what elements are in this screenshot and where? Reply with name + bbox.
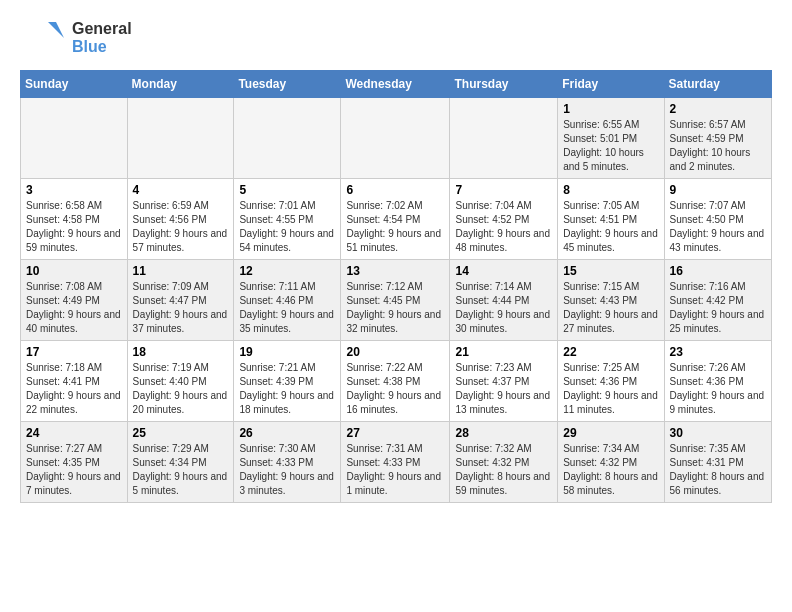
day-info: Sunrise: 7:25 AM Sunset: 4:36 PM Dayligh…	[563, 361, 658, 417]
day-number: 14	[455, 264, 552, 278]
calendar-cell: 16Sunrise: 7:16 AM Sunset: 4:42 PM Dayli…	[664, 260, 771, 341]
page: GeneralBlue SundayMondayTuesdayWednesday…	[0, 0, 792, 519]
calendar-cell: 4Sunrise: 6:59 AM Sunset: 4:56 PM Daylig…	[127, 179, 234, 260]
calendar-col-header: Saturday	[664, 71, 771, 98]
calendar-header-row: SundayMondayTuesdayWednesdayThursdayFrid…	[21, 71, 772, 98]
day-info: Sunrise: 7:32 AM Sunset: 4:32 PM Dayligh…	[455, 442, 552, 498]
calendar-cell: 29Sunrise: 7:34 AM Sunset: 4:32 PM Dayli…	[558, 422, 664, 503]
day-info: Sunrise: 7:07 AM Sunset: 4:50 PM Dayligh…	[670, 199, 766, 255]
day-info: Sunrise: 7:14 AM Sunset: 4:44 PM Dayligh…	[455, 280, 552, 336]
day-number: 19	[239, 345, 335, 359]
day-info: Sunrise: 7:18 AM Sunset: 4:41 PM Dayligh…	[26, 361, 122, 417]
day-info: Sunrise: 7:09 AM Sunset: 4:47 PM Dayligh…	[133, 280, 229, 336]
day-number: 24	[26, 426, 122, 440]
day-info: Sunrise: 7:16 AM Sunset: 4:42 PM Dayligh…	[670, 280, 766, 336]
calendar-cell: 10Sunrise: 7:08 AM Sunset: 4:49 PM Dayli…	[21, 260, 128, 341]
calendar-cell: 19Sunrise: 7:21 AM Sunset: 4:39 PM Dayli…	[234, 341, 341, 422]
calendar-col-header: Friday	[558, 71, 664, 98]
day-info: Sunrise: 7:05 AM Sunset: 4:51 PM Dayligh…	[563, 199, 658, 255]
day-info: Sunrise: 7:02 AM Sunset: 4:54 PM Dayligh…	[346, 199, 444, 255]
day-number: 15	[563, 264, 658, 278]
calendar-week-row: 24Sunrise: 7:27 AM Sunset: 4:35 PM Dayli…	[21, 422, 772, 503]
day-number: 26	[239, 426, 335, 440]
calendar-cell: 18Sunrise: 7:19 AM Sunset: 4:40 PM Dayli…	[127, 341, 234, 422]
logo-blue-text: Blue	[72, 38, 132, 56]
calendar-cell	[341, 98, 450, 179]
day-number: 17	[26, 345, 122, 359]
day-number: 30	[670, 426, 766, 440]
day-number: 12	[239, 264, 335, 278]
day-info: Sunrise: 7:08 AM Sunset: 4:49 PM Dayligh…	[26, 280, 122, 336]
calendar-week-row: 17Sunrise: 7:18 AM Sunset: 4:41 PM Dayli…	[21, 341, 772, 422]
calendar-week-row: 10Sunrise: 7:08 AM Sunset: 4:49 PM Dayli…	[21, 260, 772, 341]
calendar-cell: 26Sunrise: 7:30 AM Sunset: 4:33 PM Dayli…	[234, 422, 341, 503]
header: GeneralBlue	[20, 16, 772, 60]
calendar-cell	[21, 98, 128, 179]
calendar-week-row: 1Sunrise: 6:55 AM Sunset: 5:01 PM Daylig…	[21, 98, 772, 179]
day-number: 22	[563, 345, 658, 359]
calendar-cell: 3Sunrise: 6:58 AM Sunset: 4:58 PM Daylig…	[21, 179, 128, 260]
logo-svg	[20, 16, 64, 60]
calendar-cell: 11Sunrise: 7:09 AM Sunset: 4:47 PM Dayli…	[127, 260, 234, 341]
calendar-table: SundayMondayTuesdayWednesdayThursdayFrid…	[20, 70, 772, 503]
calendar-cell: 20Sunrise: 7:22 AM Sunset: 4:38 PM Dayli…	[341, 341, 450, 422]
day-number: 5	[239, 183, 335, 197]
day-info: Sunrise: 7:23 AM Sunset: 4:37 PM Dayligh…	[455, 361, 552, 417]
day-number: 2	[670, 102, 766, 116]
day-number: 16	[670, 264, 766, 278]
day-number: 21	[455, 345, 552, 359]
day-info: Sunrise: 7:04 AM Sunset: 4:52 PM Dayligh…	[455, 199, 552, 255]
day-number: 6	[346, 183, 444, 197]
day-number: 4	[133, 183, 229, 197]
svg-marker-0	[48, 22, 64, 38]
day-number: 27	[346, 426, 444, 440]
day-number: 1	[563, 102, 658, 116]
day-info: Sunrise: 6:58 AM Sunset: 4:58 PM Dayligh…	[26, 199, 122, 255]
calendar-cell: 17Sunrise: 7:18 AM Sunset: 4:41 PM Dayli…	[21, 341, 128, 422]
day-number: 20	[346, 345, 444, 359]
calendar-cell: 14Sunrise: 7:14 AM Sunset: 4:44 PM Dayli…	[450, 260, 558, 341]
day-info: Sunrise: 7:21 AM Sunset: 4:39 PM Dayligh…	[239, 361, 335, 417]
day-info: Sunrise: 6:55 AM Sunset: 5:01 PM Dayligh…	[563, 118, 658, 174]
day-number: 10	[26, 264, 122, 278]
calendar-cell	[450, 98, 558, 179]
calendar-cell: 30Sunrise: 7:35 AM Sunset: 4:31 PM Dayli…	[664, 422, 771, 503]
day-info: Sunrise: 7:19 AM Sunset: 4:40 PM Dayligh…	[133, 361, 229, 417]
day-info: Sunrise: 7:35 AM Sunset: 4:31 PM Dayligh…	[670, 442, 766, 498]
calendar-cell: 15Sunrise: 7:15 AM Sunset: 4:43 PM Dayli…	[558, 260, 664, 341]
calendar-cell: 27Sunrise: 7:31 AM Sunset: 4:33 PM Dayli…	[341, 422, 450, 503]
day-info: Sunrise: 7:26 AM Sunset: 4:36 PM Dayligh…	[670, 361, 766, 417]
calendar-cell: 23Sunrise: 7:26 AM Sunset: 4:36 PM Dayli…	[664, 341, 771, 422]
day-info: Sunrise: 7:31 AM Sunset: 4:33 PM Dayligh…	[346, 442, 444, 498]
day-number: 7	[455, 183, 552, 197]
calendar-cell: 6Sunrise: 7:02 AM Sunset: 4:54 PM Daylig…	[341, 179, 450, 260]
calendar-cell: 22Sunrise: 7:25 AM Sunset: 4:36 PM Dayli…	[558, 341, 664, 422]
calendar-cell: 5Sunrise: 7:01 AM Sunset: 4:55 PM Daylig…	[234, 179, 341, 260]
calendar-col-header: Wednesday	[341, 71, 450, 98]
day-info: Sunrise: 7:29 AM Sunset: 4:34 PM Dayligh…	[133, 442, 229, 498]
day-info: Sunrise: 7:15 AM Sunset: 4:43 PM Dayligh…	[563, 280, 658, 336]
calendar-cell: 2Sunrise: 6:57 AM Sunset: 4:59 PM Daylig…	[664, 98, 771, 179]
day-number: 23	[670, 345, 766, 359]
day-info: Sunrise: 7:34 AM Sunset: 4:32 PM Dayligh…	[563, 442, 658, 498]
calendar-cell: 13Sunrise: 7:12 AM Sunset: 4:45 PM Dayli…	[341, 260, 450, 341]
calendar-cell: 28Sunrise: 7:32 AM Sunset: 4:32 PM Dayli…	[450, 422, 558, 503]
day-number: 25	[133, 426, 229, 440]
calendar-cell: 21Sunrise: 7:23 AM Sunset: 4:37 PM Dayli…	[450, 341, 558, 422]
day-number: 8	[563, 183, 658, 197]
day-info: Sunrise: 7:30 AM Sunset: 4:33 PM Dayligh…	[239, 442, 335, 498]
logo: GeneralBlue	[20, 16, 132, 60]
day-info: Sunrise: 6:57 AM Sunset: 4:59 PM Dayligh…	[670, 118, 766, 174]
day-number: 11	[133, 264, 229, 278]
day-info: Sunrise: 7:01 AM Sunset: 4:55 PM Dayligh…	[239, 199, 335, 255]
calendar-cell: 25Sunrise: 7:29 AM Sunset: 4:34 PM Dayli…	[127, 422, 234, 503]
day-info: Sunrise: 7:27 AM Sunset: 4:35 PM Dayligh…	[26, 442, 122, 498]
calendar-cell: 1Sunrise: 6:55 AM Sunset: 5:01 PM Daylig…	[558, 98, 664, 179]
calendar-col-header: Thursday	[450, 71, 558, 98]
calendar-cell: 12Sunrise: 7:11 AM Sunset: 4:46 PM Dayli…	[234, 260, 341, 341]
day-info: Sunrise: 7:12 AM Sunset: 4:45 PM Dayligh…	[346, 280, 444, 336]
day-number: 3	[26, 183, 122, 197]
calendar-cell	[234, 98, 341, 179]
day-number: 29	[563, 426, 658, 440]
day-number: 18	[133, 345, 229, 359]
